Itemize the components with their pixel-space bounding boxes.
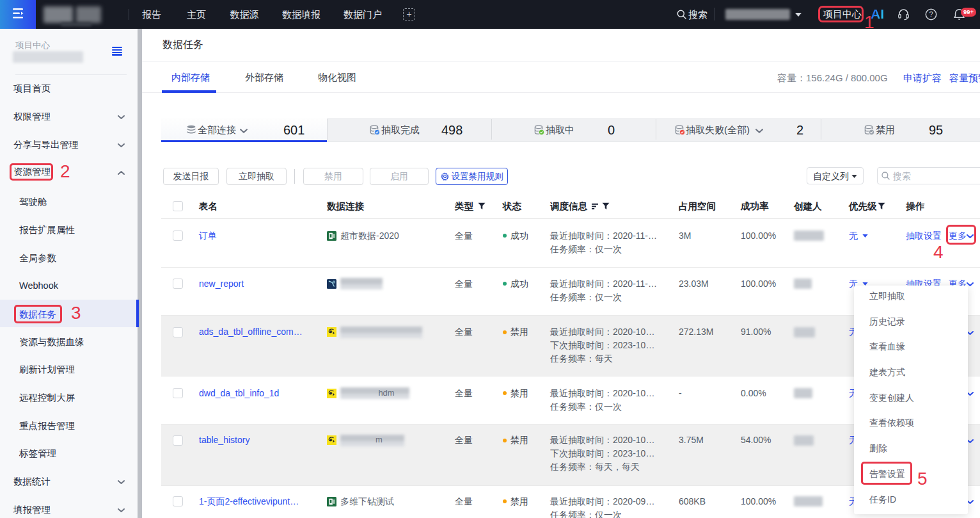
svg-text:?: ? [929,10,933,18]
